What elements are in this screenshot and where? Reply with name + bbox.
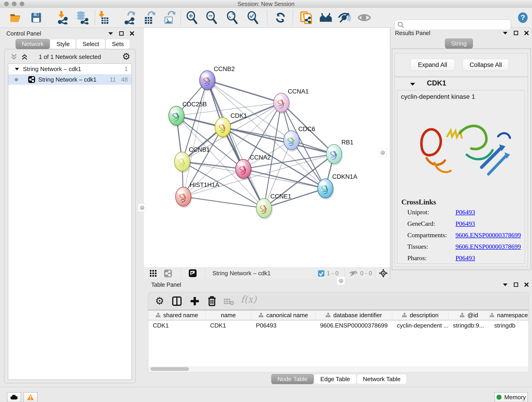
hide-icon[interactable] <box>338 12 351 24</box>
table-row[interactable]: CDK1CDK1P064939606.ENSP00000378699cyclin… <box>148 320 529 331</box>
export-network-icon[interactable] <box>124 12 137 24</box>
cloud-status-button[interactable] <box>7 392 21 402</box>
gene-collapse-icon[interactable] <box>410 82 415 86</box>
column-header-description[interactable]: description <box>392 310 448 320</box>
network-view-type-icon[interactable] <box>164 269 172 277</box>
memory-button[interactable]: Memory <box>494 392 528 402</box>
hidden-eye-icon[interactable] <box>349 270 358 277</box>
zoom-selected-icon[interactable] <box>247 12 259 24</box>
column-header-canonical-name[interactable]: canonical name <box>251 310 316 320</box>
open-session-icon[interactable] <box>9 12 22 24</box>
maximize-panel-icon[interactable] <box>514 31 518 35</box>
maximize-panel-icon[interactable] <box>514 282 518 287</box>
left-splitter-handle[interactable] <box>138 204 146 212</box>
network-node-CCNE1[interactable]: CCNE1 <box>256 193 291 219</box>
crosslink-label: Compartments: <box>407 231 456 239</box>
tab-select[interactable]: Select <box>76 39 105 49</box>
network-edge-CCNB2-HIST1H1A[interactable] <box>183 80 207 197</box>
export-image-icon[interactable] <box>163 12 176 24</box>
table-cell[interactable]: stringdb:9... <box>448 320 490 331</box>
maximize-panel-icon[interactable] <box>119 31 124 36</box>
tab-network-table[interactable]: Network Table <box>357 374 407 384</box>
float-panel-icon[interactable] <box>503 32 508 35</box>
show-eye-icon[interactable] <box>358 12 371 24</box>
close-panel-icon[interactable] <box>524 31 529 35</box>
zoom-fit-icon[interactable] <box>226 12 239 24</box>
network-node-CDKN1A[interactable]: CDKN1A <box>317 173 357 200</box>
crosslink-value-link[interactable]: P06493 <box>456 254 475 262</box>
crosslink-value-link[interactable]: P06493 <box>456 220 475 227</box>
network-edge-CCNB2-CCNE1[interactable] <box>207 80 264 208</box>
network-node-CCNA1[interactable]: CCNA1 <box>273 88 309 114</box>
zoom-in-icon[interactable] <box>186 12 198 24</box>
column-header-shared-name[interactable]: shared name <box>148 310 206 320</box>
save-session-icon[interactable] <box>30 12 43 24</box>
expand-all-button[interactable]: Expand All <box>410 59 455 71</box>
gene-name: CDK1 <box>427 79 446 87</box>
right-splitter-handle[interactable] <box>379 148 387 157</box>
tab-string[interactable]: String <box>445 38 473 49</box>
crosslink-value-link[interactable]: 9606.ENSP00000378699 <box>456 243 521 250</box>
close-panel-icon[interactable] <box>130 31 134 36</box>
network-type-icon <box>28 76 35 83</box>
column-header-name[interactable]: name <box>206 310 251 320</box>
column-header-database-identifier[interactable]: database identifier <box>316 310 392 320</box>
hscrollbar-thumb[interactable] <box>151 367 189 371</box>
zoom-out-icon[interactable] <box>205 12 218 24</box>
delete-column-icon[interactable] <box>207 296 216 306</box>
table-cell[interactable]: 9606.ENSP00000378699 <box>316 320 392 331</box>
collection-expand-icon[interactable] <box>15 67 19 70</box>
table-options-gear-icon[interactable]: ⚙ <box>155 295 164 307</box>
network-edge-CCNB1-CCNA2[interactable] <box>182 162 243 169</box>
crosslink-value-link[interactable]: P06493 <box>456 209 475 216</box>
node-label-CCNE1: CCNE1 <box>270 193 291 200</box>
tab-style[interactable]: Style <box>50 39 76 49</box>
birdseye-toggle-icon[interactable] <box>379 269 388 278</box>
warnings-button[interactable] <box>23 392 38 402</box>
crosslink-value-link[interactable]: 9606.ENSP00000378699 <box>456 231 521 239</box>
network-node-CDK1[interactable]: CDK1 <box>215 112 247 138</box>
show-columns-icon[interactable] <box>172 296 182 306</box>
tab-edge-table[interactable]: Edge Table <box>314 374 356 384</box>
tab-network[interactable]: Network <box>16 39 50 49</box>
separator <box>181 269 181 278</box>
tab-sets[interactable]: Sets <box>106 39 130 49</box>
close-panel-icon[interactable] <box>524 282 529 287</box>
network-edge-HIST1H1A-CCNE1[interactable] <box>183 197 264 208</box>
table-cell[interactable]: CDK1 <box>148 320 206 331</box>
table-cell[interactable]: P06493 <box>251 320 316 331</box>
table-cell[interactable]: CDK1 <box>206 320 251 331</box>
help-icon[interactable]: ? <box>516 12 529 24</box>
add-column-icon[interactable] <box>190 296 200 306</box>
table-cell[interactable]: cyclin-dependent ... <box>392 320 448 331</box>
home-icon[interactable] <box>319 12 332 24</box>
import-table-file-icon[interactable] <box>96 12 109 24</box>
export-table-icon[interactable] <box>143 12 156 24</box>
grid-view-icon[interactable] <box>150 270 157 277</box>
import-network-file-icon[interactable] <box>56 12 69 24</box>
network-edge-CCNA2-CDKN1A[interactable] <box>243 169 325 188</box>
collapse-all-button[interactable]: Collapse All <box>462 59 509 71</box>
crosslink-label: Pharos: <box>407 254 456 262</box>
horizontal-splitter-handle[interactable] <box>337 277 345 285</box>
network-node-CDC25B[interactable]: CDC25B <box>169 101 207 127</box>
column-header-@id[interactable]: @id <box>448 310 490 320</box>
tab-node-table[interactable]: Node Table <box>271 374 314 384</box>
network-edge-CCNB2-CCNA1[interactable] <box>207 80 281 103</box>
refresh-view-icon[interactable] <box>274 12 287 24</box>
network-row[interactable]: String Network – cdk1 11 48 <box>8 74 132 85</box>
table-cell[interactable]: stringdb <box>490 320 528 331</box>
selected-checkbox-icon[interactable] <box>318 270 324 277</box>
detach-view-icon[interactable] <box>189 269 196 277</box>
network-collection-row[interactable]: String Network – cdk1 1 <box>8 64 132 74</box>
column-header-namespace[interactable]: namespace <box>490 310 528 320</box>
clone-network-icon[interactable] <box>300 12 312 24</box>
network-view-canvas[interactable]: CCNB2CCNA1CDC25BCDK1CDC6RB1CCNB1CCNA2CDK… <box>144 28 390 268</box>
network-options-gear-icon[interactable]: ⚙ <box>122 51 130 62</box>
float-panel-icon[interactable] <box>108 32 113 35</box>
network-node-HIST1H1A[interactable]: HIST1H1A <box>176 182 219 208</box>
search-input[interactable] <box>406 20 507 29</box>
network-node-RB1[interactable]: RB1 <box>326 139 354 165</box>
float-panel-icon[interactable] <box>503 283 508 286</box>
import-network-database-icon[interactable] <box>76 12 89 24</box>
